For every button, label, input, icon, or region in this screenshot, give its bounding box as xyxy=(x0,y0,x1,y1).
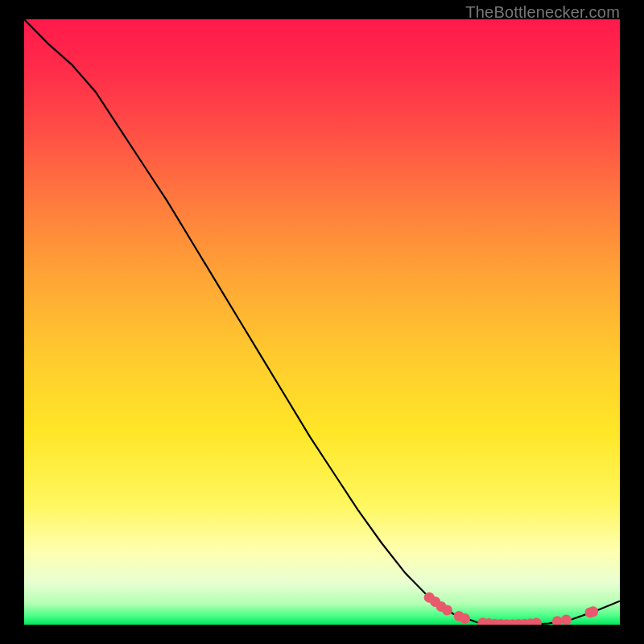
chart-marker xyxy=(442,605,452,615)
chart-marker xyxy=(588,606,598,617)
chart-marker xyxy=(561,614,572,625)
chart-plot xyxy=(24,19,620,625)
chart-frame xyxy=(24,19,620,625)
chart-marker xyxy=(460,613,470,624)
chart-background xyxy=(24,19,620,625)
